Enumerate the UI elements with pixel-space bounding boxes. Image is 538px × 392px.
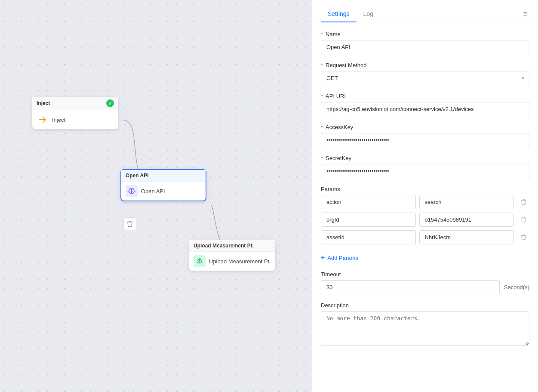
name-label: * Name [321,31,529,37]
name-input[interactable] [321,40,529,54]
tab-log[interactable]: Log [357,6,380,22]
timeout-row: Second(s) [321,280,529,294]
request-method-field-group: * Request Method GET POST PUT DELETE ▾ [321,62,529,85]
params-label: Params [321,186,529,192]
openapi-node-header: Open API [121,170,206,182]
description-label: Description [321,302,529,309]
access-key-label: * AccessKey [321,124,529,130]
secret-key-label: * SecretKey [321,155,529,161]
request-method-select[interactable]: GET POST PUT DELETE [321,71,529,85]
settings-panel: Settings Log ≡ * Name * Request Method G… [312,0,538,392]
upload-node-label: Upload Measurement Pt. [209,258,271,265]
upload-node-body: Upload Measurement Pt. [189,252,275,271]
param-row-2 [321,213,529,227]
api-url-label: * API URL [321,93,529,99]
svg-point-1 [131,190,132,192]
upload-node[interactable]: Upload Measurement Pt. Upload Measuremen… [189,240,275,271]
openapi-node[interactable]: Open API Open API [120,169,206,201]
inject-check-icon: ✓ [106,99,114,107]
timeout-unit-label: Second(s) [504,284,529,290]
openapi-node-body: Open API [121,182,206,201]
param-row-3 [321,230,529,244]
upload-node-title: Upload Measurement Pt. [194,243,254,249]
tab-settings[interactable]: Settings [321,6,357,22]
secret-key-field-group: * SecretKey [321,155,529,178]
access-key-input[interactable] [321,133,529,147]
upload-icon [194,255,206,267]
openapi-node-title: Open API [126,173,149,179]
openapi-node-label: Open API [141,188,165,194]
request-method-select-wrapper: GET POST PUT DELETE ▾ [321,71,529,85]
openapi-icon [126,185,138,197]
api-url-field-group: * API URL [321,93,529,116]
panel-tabs: Settings Log [321,6,380,22]
timeout-input[interactable] [321,280,500,294]
param-key-2[interactable] [321,213,416,227]
param-value-1[interactable] [419,195,514,209]
delete-param-2-button[interactable] [517,214,529,226]
flow-canvas[interactable]: Inject ✓ Inject Open API [0,0,312,392]
add-params-button[interactable]: + Add Params [321,252,358,263]
inject-node-title: Inject [37,100,50,106]
inject-node-body: Inject [32,110,118,129]
delete-param-3-button[interactable] [517,231,529,244]
param-key-3[interactable] [321,230,416,244]
inject-node-label: Inject [52,117,65,123]
access-key-field-group: * AccessKey [321,124,529,147]
upload-node-header: Upload Measurement Pt. [189,240,275,252]
param-value-3[interactable] [419,230,514,244]
param-value-2[interactable] [419,213,514,227]
plus-icon: + [321,254,325,262]
param-row-1 [321,195,529,209]
inject-arrow-icon [37,114,49,126]
api-url-input[interactable] [321,102,529,116]
secret-key-input[interactable] [321,164,529,178]
request-method-label: * Request Method [321,62,529,68]
panel-menu-icon[interactable]: ≡ [521,8,529,20]
panel-header: Settings Log ≡ [312,0,538,22]
inject-node[interactable]: Inject ✓ Inject [32,97,118,129]
description-field-group: Description [321,302,529,347]
description-textarea[interactable] [321,311,529,346]
panel-content: * Name * Request Method GET POST PUT DEL… [312,22,538,392]
timeout-label: Timeout [321,271,529,278]
timeout-field-group: Timeout Second(s) [321,271,529,294]
delete-openapi-button[interactable] [123,217,136,230]
params-section: Params [321,186,529,244]
delete-param-1-button[interactable] [517,196,529,208]
param-key-1[interactable] [321,195,416,209]
name-field-group: * Name [321,31,529,54]
inject-node-header: Inject ✓ [32,97,118,110]
